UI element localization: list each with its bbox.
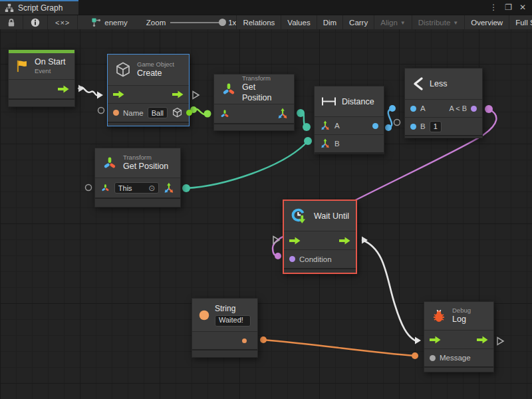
vector3-input-port-a[interactable] <box>320 120 331 131</box>
wire-end-dot <box>182 184 190 192</box>
graph-breadcrumb[interactable]: enemy <box>91 15 128 29</box>
string-output-port[interactable] <box>242 338 247 343</box>
code-icon: <×> <box>55 19 70 27</box>
transform-input-port[interactable] <box>100 183 110 193</box>
graph-canvas[interactable]: On Start Event Game Object Create <box>0 29 532 399</box>
node-less[interactable]: Less A A < B B 1 <box>404 68 483 138</box>
result-port-label: A < B <box>449 104 467 112</box>
string-input-port[interactable] <box>113 110 119 116</box>
relations-button[interactable]: Relations <box>236 15 281 29</box>
flow-input-port[interactable] <box>113 90 124 98</box>
node-on-start-event[interactable]: On Start Event <box>8 49 75 107</box>
maximize-icon[interactable]: ❐ <box>505 3 512 12</box>
bool-output-port[interactable] <box>471 106 477 112</box>
tab-script-graph[interactable]: Script Graph <box>0 0 78 15</box>
node-get-position-bottom[interactable]: Transform Get Position This ⊙ <box>94 148 181 207</box>
vector3-output-port[interactable] <box>163 182 175 194</box>
title-bar: Script Graph ⋮ ❐ ✕ <box>0 0 532 15</box>
values-button[interactable]: Values <box>281 15 317 29</box>
align-button[interactable]: Align▼ <box>374 15 412 29</box>
node-title: Create <box>137 68 174 79</box>
node-get-position-top[interactable]: Transform Get Position <box>213 74 295 131</box>
wire-end-dot <box>412 352 418 359</box>
node-footer <box>192 349 257 357</box>
overview-button[interactable]: Overview <box>465 15 509 29</box>
node-category: Game Object <box>137 61 174 68</box>
flow-in-arrowhead <box>415 337 421 344</box>
node-footer <box>95 198 180 207</box>
node-title: Wait Until <box>314 211 349 221</box>
lock-button[interactable] <box>0 15 23 29</box>
node-game-object-create[interactable]: Game Object Create Name Ball <box>107 54 190 126</box>
graph-hierarchy-icon <box>5 3 14 13</box>
port-label: A <box>334 122 340 130</box>
chevron-down-icon: ▼ <box>400 20 406 26</box>
node-category: Transform <box>123 154 168 162</box>
target-object-field[interactable]: This ⊙ <box>114 182 159 194</box>
lock-icon <box>7 18 15 27</box>
unconnected-port-circle <box>394 120 400 126</box>
node-title: Log <box>452 315 471 325</box>
distribute-button[interactable]: Distribute▼ <box>412 15 466 29</box>
chevron-down-icon: ▼ <box>453 20 458 26</box>
number-input-port-b[interactable] <box>410 124 416 130</box>
zoom-slider[interactable] <box>170 22 223 23</box>
wire-end-dot <box>385 124 392 131</box>
unconnected-port-triangle <box>193 92 199 99</box>
node-title: String <box>215 304 251 314</box>
info-button[interactable] <box>23 15 48 29</box>
port-label: Message <box>440 354 471 362</box>
node-title: On Start <box>35 57 66 68</box>
dim-button[interactable]: Dim <box>317 15 343 29</box>
vector3-input-port-b[interactable] <box>320 138 331 149</box>
flow-output-port[interactable] <box>477 336 488 344</box>
object-picker-icon[interactable]: ⊙ <box>144 184 155 193</box>
code-view-button[interactable]: <×> <box>48 15 78 29</box>
name-value-field[interactable]: Ball <box>148 107 168 118</box>
message-input-port[interactable] <box>430 355 436 361</box>
wire-getposition-bottom-to-distance-b[interactable] <box>186 141 308 188</box>
number-input-port-a[interactable] <box>410 106 416 112</box>
flow-output-port[interactable] <box>339 237 350 245</box>
transform-input-port[interactable] <box>219 108 230 119</box>
flow-output-port[interactable] <box>172 90 184 98</box>
less-than-icon <box>412 76 424 91</box>
close-icon[interactable]: ✕ <box>519 3 526 12</box>
node-category: Event <box>35 67 66 75</box>
node-debug-log[interactable]: Debug Log Message <box>424 301 494 372</box>
game-object-output-port[interactable] <box>186 110 192 116</box>
fullscreen-button[interactable]: Full Screen <box>509 15 532 29</box>
node-wait-until[interactable]: Wait Until Condition <box>283 200 357 274</box>
b-value-field[interactable]: 1 <box>430 121 442 132</box>
port-label: B <box>334 140 340 148</box>
zoom-control: Zoom 1x <box>146 15 237 29</box>
info-icon <box>31 18 40 27</box>
flow-input-port[interactable] <box>430 336 441 344</box>
unconnected-port-triangle <box>273 237 279 244</box>
string-value-field[interactable]: Waited! <box>215 315 251 327</box>
number-output-port[interactable] <box>372 123 378 129</box>
port-label: A <box>420 104 426 112</box>
bool-input-port[interactable] <box>289 256 295 262</box>
vector3-output-port[interactable] <box>277 108 289 120</box>
wire-end-dot <box>204 110 211 118</box>
node-category: Transform <box>242 74 287 82</box>
node-distance[interactable]: Distance A <box>314 86 384 154</box>
node-string-literal[interactable]: String Waited! <box>192 298 258 358</box>
script-graph-window: Script Graph ⋮ ❐ ✕ <×> <box>0 0 532 399</box>
node-footer <box>405 135 482 138</box>
window-menu-icon[interactable]: ⋮ <box>489 3 497 12</box>
wire-string-to-log-message[interactable] <box>263 340 415 356</box>
carry-button[interactable]: Carry <box>343 15 374 29</box>
wire-wait-to-log[interactable] <box>362 240 415 340</box>
node-title: Get Position <box>242 82 287 103</box>
zoom-slider-handle[interactable] <box>219 19 226 26</box>
debug-bug-icon <box>431 308 447 324</box>
wire-end-dot <box>260 336 267 343</box>
flow-input-port[interactable] <box>289 237 301 245</box>
wire-end-dot <box>275 253 281 259</box>
distance-ruler-icon <box>321 96 336 106</box>
flow-output-port[interactable] <box>58 85 69 93</box>
node-footer <box>214 123 294 130</box>
transform-icon <box>221 81 237 97</box>
